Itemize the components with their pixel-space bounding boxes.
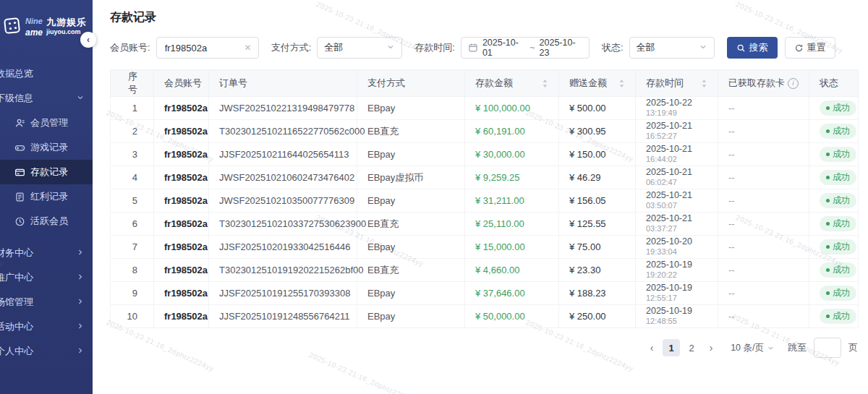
user-icon bbox=[14, 118, 25, 129]
cell-amount: ¥ 37,646.00 bbox=[465, 282, 559, 305]
gamepad-icon bbox=[14, 142, 25, 153]
chevron-down-icon bbox=[699, 43, 707, 53]
brand-logo: Nine 九游娱乐 ame jiuyou.com bbox=[0, 0, 93, 48]
status-dot-icon bbox=[826, 129, 830, 133]
sidebar-item-game-records[interactable]: 游戏记录 bbox=[0, 135, 93, 160]
bank-card-icon bbox=[14, 167, 25, 178]
sidebar-item-label: 活跃会员 bbox=[30, 215, 68, 228]
status-label: 状态: bbox=[602, 41, 624, 54]
sort-icon[interactable] bbox=[542, 79, 548, 88]
table-row: 3fr198502aJJSF202510211644025654113EBpay… bbox=[111, 143, 859, 166]
cell-seq: 5 bbox=[111, 189, 154, 213]
sidebar-item-bonus-records[interactable]: 红利记录 bbox=[0, 184, 93, 209]
account-label: 会员账号: bbox=[110, 41, 150, 54]
cell-method: EB直充 bbox=[357, 259, 465, 282]
table-row: 4fr198502aJWSF202510210602473476402EBpay… bbox=[111, 166, 859, 189]
cell-account: fr198502a bbox=[154, 236, 209, 259]
cell-account: fr198502a bbox=[154, 282, 209, 305]
jump-page-input[interactable] bbox=[814, 338, 841, 358]
status-badge: 成功 bbox=[820, 124, 856, 139]
search-icon bbox=[736, 43, 746, 53]
column-header-order: 订单号 bbox=[209, 70, 357, 97]
cell-seq: 6 bbox=[111, 213, 154, 236]
cell-time: 2025-10-1912:48:55 bbox=[636, 305, 718, 328]
cell-card: -- bbox=[718, 213, 809, 236]
cell-account: fr198502a bbox=[154, 120, 209, 143]
chevron-right-icon bbox=[76, 346, 85, 357]
cell-bonus: ¥ 150.00 bbox=[559, 143, 636, 166]
page-button-2[interactable]: 2 bbox=[683, 339, 700, 356]
status-dot-icon bbox=[826, 176, 830, 179]
date-range-separator: ~ bbox=[529, 43, 535, 53]
cell-bonus: ¥ 75.00 bbox=[559, 236, 636, 259]
cell-time: 2025-10-1912:55:17 bbox=[636, 282, 718, 305]
status-badge: 成功 bbox=[820, 262, 856, 278]
sidebar-item-member-management[interactable]: 会员管理 bbox=[0, 111, 93, 135]
cell-order: JJSF202510211644025654113 bbox=[209, 143, 357, 166]
cell-method: EB直充 bbox=[357, 120, 465, 143]
account-input[interactable] bbox=[163, 42, 239, 54]
sidebar-nav: 数据总览 下级信息 会员管理 bbox=[0, 61, 93, 364]
sidebar-item-subordinate-info[interactable]: 下级信息 bbox=[0, 86, 93, 111]
cell-time: 2025-10-2116:52:27 bbox=[636, 120, 718, 143]
sidebar-item-label: 会员管理 bbox=[30, 116, 68, 129]
cell-amount: ¥ 60,191.00 bbox=[465, 120, 559, 143]
sidebar-item-finance-center[interactable]: 财务中心 bbox=[0, 241, 93, 265]
sidebar-item-data-overview[interactable]: 数据总览 bbox=[0, 61, 93, 86]
page-size-select[interactable]: 10 条/页 bbox=[731, 342, 775, 354]
reset-button[interactable]: 重置 bbox=[785, 37, 835, 59]
search-button[interactable]: 搜索 bbox=[727, 37, 778, 59]
cell-method: EBpay bbox=[357, 97, 465, 120]
sidebar-item-personal-center[interactable]: 个人中心 bbox=[0, 339, 93, 364]
cell-amount: ¥ 31,211.00 bbox=[465, 189, 559, 213]
cell-seq: 1 bbox=[111, 97, 154, 120]
deposit-records-table: 序号 会员账号 订单号 支付方式 存款金额 赠送金额 bbox=[110, 69, 859, 328]
cell-bonus: ¥ 156.05 bbox=[559, 189, 636, 213]
table-body: 1fr198502aJWSF202510221319498479778EBpay… bbox=[111, 97, 859, 328]
page-button-1[interactable]: 1 bbox=[663, 339, 680, 356]
table-row: 10fr198502aJJSF202510191248556764211EBpa… bbox=[111, 305, 859, 328]
column-header-amount[interactable]: 存款金额 bbox=[465, 70, 559, 97]
payment-method-label: 支付方式: bbox=[271, 41, 312, 54]
info-icon[interactable]: i bbox=[788, 78, 799, 89]
date-range-picker[interactable]: 2025-10-01 ~ 2025-10-23 bbox=[461, 37, 590, 59]
document-icon bbox=[14, 192, 25, 202]
cell-status: 成功 bbox=[809, 305, 859, 328]
sidebar-item-deposit-records[interactable]: 存款记录 bbox=[0, 160, 93, 184]
payment-method-select[interactable]: 全部 bbox=[317, 37, 402, 59]
status-select[interactable]: 全部 bbox=[629, 37, 715, 59]
cell-bonus: ¥ 46.29 bbox=[559, 166, 636, 189]
cell-bonus: ¥ 500.00 bbox=[559, 97, 636, 120]
sidebar-item-active-members[interactable]: 活跃会员 bbox=[0, 209, 93, 234]
sidebar-item-activity-center[interactable]: 活动中心 bbox=[0, 314, 93, 339]
cell-card: -- bbox=[718, 143, 809, 166]
sidebar-item-label: 存款记录 bbox=[30, 166, 68, 179]
column-header-time[interactable]: 存款时间 bbox=[636, 70, 718, 97]
column-header-bonus[interactable]: 赠送金额 bbox=[559, 70, 636, 97]
cell-account: fr198502a bbox=[154, 305, 209, 328]
chevron-down-icon bbox=[767, 344, 775, 352]
cell-status: 成功 bbox=[809, 213, 859, 236]
cell-card: -- bbox=[718, 236, 809, 259]
column-header-card: 已获取存款卡 i bbox=[718, 70, 809, 97]
cell-card: -- bbox=[718, 282, 809, 305]
prev-page-button[interactable]: ‹ bbox=[644, 339, 660, 356]
logo-brand-cn: 九游娱乐 bbox=[46, 17, 87, 27]
table-row: 1fr198502aJWSF202510221319498479778EBpay… bbox=[111, 97, 859, 120]
sidebar-collapse-button[interactable]: ‹ bbox=[80, 32, 96, 48]
sort-icon[interactable] bbox=[701, 79, 707, 88]
cell-method: EBpay虚拟币 bbox=[357, 166, 465, 189]
sidebar-item-promotion-center[interactable]: 推广中心 bbox=[0, 265, 93, 290]
cell-amount: ¥ 9,259.25 bbox=[465, 166, 559, 189]
next-page-button[interactable]: › bbox=[703, 339, 719, 356]
clear-icon[interactable]: ✕ bbox=[244, 43, 252, 53]
date-range-end: 2025-10-23 bbox=[540, 38, 582, 58]
logo-word-ame: ame bbox=[25, 28, 43, 37]
sidebar-item-venue-management[interactable]: 场馆管理 bbox=[0, 290, 93, 314]
status-dot-icon bbox=[826, 199, 830, 202]
sort-icon[interactable] bbox=[618, 79, 625, 88]
sidebar-item-label: 场馆管理 bbox=[0, 296, 33, 309]
chevron-right-icon bbox=[76, 297, 85, 308]
cell-method: EBpay bbox=[357, 305, 465, 328]
column-header-account: 会员账号 bbox=[154, 70, 209, 97]
